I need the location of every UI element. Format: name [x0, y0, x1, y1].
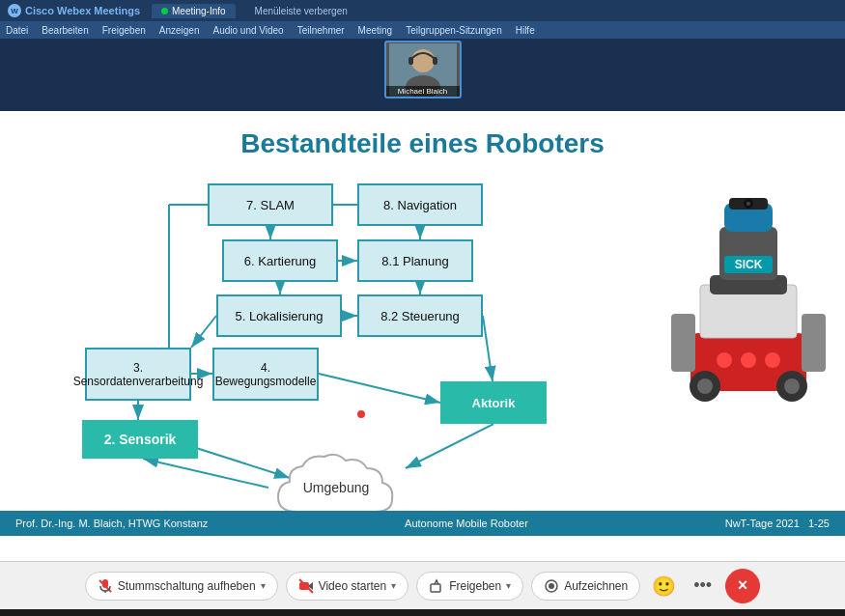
box-planung: 8.1 Planung [357, 239, 473, 282]
menu-teilgruppen[interactable]: Teilgruppen-Sitzungen [406, 25, 502, 36]
app-name-label: Cisco Webex Meetings [25, 5, 140, 16]
box-sensordaten: 3. Sensordatenverarbeitung [85, 348, 191, 401]
svg-text:SICK: SICK [735, 258, 763, 271]
menu-anzeigen[interactable]: Anzeigen [159, 25, 200, 36]
end-call-button[interactable]: × [725, 569, 760, 603]
participant-video: Michael Blaich [384, 41, 462, 98]
footer-center: Autonome Mobile Roboter [405, 518, 528, 529]
svg-text:Umgebung: Umgebung [303, 480, 370, 495]
box-aktorik: Aktorik [440, 381, 547, 424]
video-label: Video starten [319, 579, 387, 593]
record-button[interactable]: Aufzeichnen [531, 572, 640, 601]
slide-footer: Prof. Dr.-Ing. M. Blaich, HTWG Konstanz … [0, 511, 845, 536]
svg-rect-44 [802, 314, 826, 372]
emoji-button[interactable]: 🙂 [648, 571, 680, 602]
green-dot [161, 8, 168, 14]
robot-image: SICK [671, 198, 826, 420]
share-button[interactable]: Freigeben ▾ [416, 572, 523, 601]
mic-slash-icon [98, 578, 113, 594]
svg-rect-51 [431, 584, 440, 592]
meeting-info-label: Meeting-Info [172, 6, 226, 16]
record-label: Aufzeichnen [564, 579, 628, 593]
red-dot-indicator [357, 410, 365, 418]
diagram-area: 7. SLAM 8. Navigation 6. Kartierung 8.1 … [0, 169, 845, 536]
svg-point-37 [746, 202, 750, 206]
menu-bearbeiten[interactable]: Bearbeiten [42, 25, 88, 36]
participant-area: Michael Blaich [0, 39, 845, 111]
svg-line-14 [483, 316, 493, 381]
box-navigation: 8. Navigation [357, 183, 483, 226]
video-slash-icon [298, 578, 314, 594]
svg-line-17 [319, 374, 440, 403]
footer-right: NwT-Tage 2021 1-25 [725, 518, 830, 529]
bottom-toolbar: Stummschaltung aufheben ▾ Video starten … [0, 561, 845, 609]
share-label: Freigeben [449, 579, 501, 593]
mute-button[interactable]: Stummschaltung aufheben ▾ [85, 572, 278, 601]
slide-title: Bestandteile eines Roboters [0, 111, 845, 169]
hide-menu-label[interactable]: Menüleiste verbergen [255, 6, 348, 16]
svg-point-42 [765, 352, 780, 368]
svg-point-40 [717, 352, 732, 368]
top-bar: W Cisco Webex Meetings Meeting-Info Menü… [0, 0, 845, 21]
menu-teilnehmer[interactable]: Teilnehmer [297, 25, 345, 36]
box-bewegung: 4. Bewegungsmodelle [212, 348, 319, 401]
footer-left: Prof. Dr.-Ing. M. Blaich, HTWG Konstanz [15, 518, 208, 529]
menu-audio-video[interactable]: Audio und Video [212, 25, 283, 36]
svg-line-9 [191, 316, 216, 348]
box-lokalisierung: 5. Lokalisierung [216, 294, 342, 337]
menu-bar: Datei Bearbeiten Freigeben Anzeigen Audi… [0, 21, 845, 39]
mute-label: Stummschaltung aufheben [118, 579, 256, 593]
menu-freigeben[interactable]: Freigeben [102, 25, 146, 36]
svg-point-28 [697, 378, 713, 394]
svg-rect-43 [671, 314, 695, 372]
svg-point-53 [549, 583, 554, 589]
menu-meeting[interactable]: Meeting [358, 25, 393, 36]
participant-name-tag: Michael Blaich [386, 86, 460, 97]
share-icon [429, 578, 444, 594]
mute-chevron[interactable]: ▾ [261, 580, 266, 591]
cisco-icon: W [8, 4, 21, 17]
box-steuerung: 8.2 Steuerung [357, 294, 483, 337]
end-call-icon: × [738, 575, 748, 596]
svg-point-41 [741, 352, 756, 368]
svg-line-16 [143, 459, 268, 488]
meeting-info-tab[interactable]: Meeting-Info [152, 4, 236, 18]
share-chevron[interactable]: ▾ [506, 580, 511, 591]
menu-datei[interactable]: Datei [6, 25, 28, 36]
svg-rect-4 [433, 57, 437, 65]
more-options-button[interactable]: ••• [688, 570, 718, 602]
menu-hilfe[interactable]: Hilfe [516, 25, 535, 36]
svg-rect-3 [408, 57, 413, 65]
app-logo: W Cisco Webex Meetings [8, 4, 140, 17]
svg-line-15 [406, 424, 493, 468]
svg-point-30 [784, 378, 800, 394]
slide-area: Bestandteile eines Roboters [0, 111, 845, 561]
box-slam: 7. SLAM [208, 183, 333, 226]
video-button[interactable]: Video starten ▾ [286, 572, 409, 601]
box-kartierung: 6. Kartierung [222, 239, 338, 282]
video-chevron[interactable]: ▾ [391, 580, 396, 591]
record-icon [544, 578, 559, 594]
box-sensorik: 2. Sensorik [82, 420, 198, 459]
